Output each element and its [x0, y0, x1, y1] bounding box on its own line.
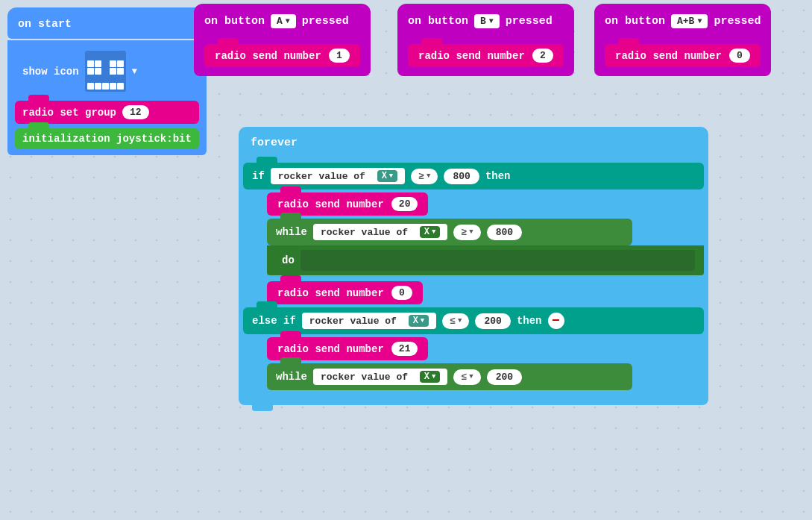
while-rocker-text: rocker value of: [321, 227, 408, 238]
radio-send-0-block[interactable]: radio send number 0: [605, 44, 761, 67]
if-block[interactable]: if rocker value of X ▼ ≥ ▼ 800 then: [243, 163, 704, 189]
val-800-pill[interactable]: 800: [444, 169, 479, 184]
while2-label: while: [276, 371, 307, 383]
button-b-dropdown[interactable]: B ▼: [474, 14, 500, 28]
on-button-b-container: on button B ▼ pressed radio send number …: [397, 4, 574, 76]
on-button-a-container: on button A ▼ pressed radio send number …: [194, 4, 371, 76]
radio-send-0b-block[interactable]: radio send number 0: [267, 281, 423, 304]
while2-val-200-pill[interactable]: 200: [487, 369, 522, 385]
while2-rocker-dropdown[interactable]: rocker value of X ▼: [313, 369, 447, 385]
on-button-ab-body: radio send number 0: [594, 38, 771, 76]
on-start-container: on start show icon: [7, 7, 207, 155]
radio-send-21-label: radio send number: [277, 343, 384, 355]
button-ab-dropdown[interactable]: A+B ▼: [671, 14, 708, 28]
do-label: do: [282, 254, 295, 266]
radio-send-1-label: radio send number: [215, 50, 321, 62]
button-a-dropdown[interactable]: A ▼: [271, 14, 296, 28]
radio-send-2-label: radio send number: [418, 50, 525, 62]
button-a-arrow: ▼: [286, 17, 290, 25]
show-icon-block[interactable]: show icon: [15, 46, 199, 96]
else-if-x-axis-dropdown[interactable]: X ▼: [409, 315, 429, 327]
do-block: do: [267, 245, 704, 275]
then-label: then: [485, 170, 511, 182]
radio-set-group-value[interactable]: 12: [122, 105, 149, 119]
radio-send-1-block[interactable]: radio send number 1: [204, 44, 360, 67]
on-button-ab-container: on button A+B ▼ pressed radio send numbe…: [594, 4, 771, 76]
rocker-label-text: rocker value of: [278, 171, 365, 182]
on-button-b-label: on button: [408, 15, 468, 28]
minus-icon[interactable]: −: [548, 313, 564, 329]
button-b-arrow: ▼: [489, 17, 494, 25]
on-start-label: on start: [18, 18, 72, 31]
on-button-ab-pressed: pressed: [714, 15, 761, 28]
while-label: while: [276, 226, 307, 238]
forever-label: forever: [251, 137, 298, 149]
on-button-b-pressed: pressed: [506, 15, 553, 28]
do-empty-slot: [300, 250, 695, 271]
button-ab-arrow: ▼: [697, 17, 702, 25]
on-button-ab-label: on button: [605, 15, 665, 28]
if-label: if: [252, 170, 265, 182]
on-button-a-header: on button A ▼ pressed: [194, 4, 371, 38]
radio-send-20-value[interactable]: 20: [391, 197, 418, 211]
radio-set-group-label: radio set group: [22, 107, 116, 119]
then-label2: then: [517, 315, 542, 327]
while2-lte-op-dropdown[interactable]: ≤ ▼: [453, 369, 480, 385]
if-body: radio send number 20 while rocker value …: [243, 189, 704, 304]
else-if-val-200-pill[interactable]: 200: [475, 313, 510, 329]
forever-footer: [239, 395, 708, 405]
while2-x-axis-dropdown[interactable]: X ▼: [420, 371, 441, 383]
radio-send-0b-label: radio send number: [277, 287, 384, 299]
on-button-b-body: radio send number 2: [397, 38, 574, 76]
else-if-block[interactable]: else if rocker value of X ▼ ≤ ▼ 200 then…: [243, 307, 704, 334]
else-if-rocker-text: rocker value of: [309, 316, 397, 327]
init-joystick-block[interactable]: initialization joystick:bit: [15, 128, 199, 149]
radio-set-group-block[interactable]: radio set group 12: [15, 101, 199, 124]
while2-block[interactable]: while rocker value of X ▼ ≤ ▼ 200: [267, 363, 632, 390]
radio-send-2-block[interactable]: radio send number 2: [408, 44, 564, 67]
while-val-800-pill[interactable]: 800: [487, 225, 522, 240]
gte-op-dropdown[interactable]: ≥ ▼: [411, 169, 438, 184]
init-joystick-label: initialization joystick:bit: [22, 133, 192, 145]
else-if-rocker-dropdown[interactable]: rocker value of X ▼: [302, 313, 436, 329]
on-button-a-pressed: pressed: [302, 15, 349, 28]
while-x-axis-dropdown[interactable]: X ▼: [420, 226, 441, 238]
forever-body: if rocker value of X ▼ ≥ ▼ 800 then radi…: [239, 158, 708, 395]
radio-send-0-value[interactable]: 0: [729, 48, 750, 63]
forever-header: forever: [239, 127, 708, 158]
radio-send-21-value[interactable]: 21: [391, 342, 418, 356]
radio-send-20-label: radio send number: [277, 198, 384, 210]
rocker-dropdown[interactable]: rocker value of X ▼: [271, 168, 405, 184]
while-rocker-dropdown[interactable]: rocker value of X ▼: [313, 224, 447, 240]
on-button-ab-header: on button A+B ▼ pressed: [594, 4, 771, 38]
icon-dropdown-arrow[interactable]: ▼: [132, 66, 137, 77]
else-if-body: radio send number 21 while rocker value …: [243, 334, 704, 395]
on-button-b-header: on button B ▼ pressed: [397, 4, 574, 38]
radio-send-1-value[interactable]: 1: [329, 48, 350, 63]
while2-rocker-text: rocker value of: [321, 372, 408, 383]
icon-grid[interactable]: [85, 51, 126, 92]
radio-send-0-label: radio send number: [615, 50, 722, 62]
else-if-lte-op-dropdown[interactable]: ≤ ▼: [442, 313, 469, 329]
on-button-a-label: on button: [204, 15, 265, 28]
radio-send-0b-value[interactable]: 0: [391, 286, 412, 300]
x-axis-dropdown[interactable]: X ▼: [377, 170, 398, 182]
while-block[interactable]: while rocker value of X ▼ ≥ ▼ 800: [267, 219, 632, 245]
while-gte-op-dropdown[interactable]: ≥ ▼: [453, 225, 480, 240]
on-start-header: on start: [7, 7, 207, 39]
radio-send-2-value[interactable]: 2: [532, 48, 553, 63]
forever-container: forever if rocker value of X ▼ ≥ ▼ 800 t…: [239, 127, 708, 405]
on-button-a-body: radio send number 1: [194, 38, 371, 76]
show-icon-label: show icon: [22, 66, 79, 78]
else-if-label: else if: [252, 315, 296, 327]
